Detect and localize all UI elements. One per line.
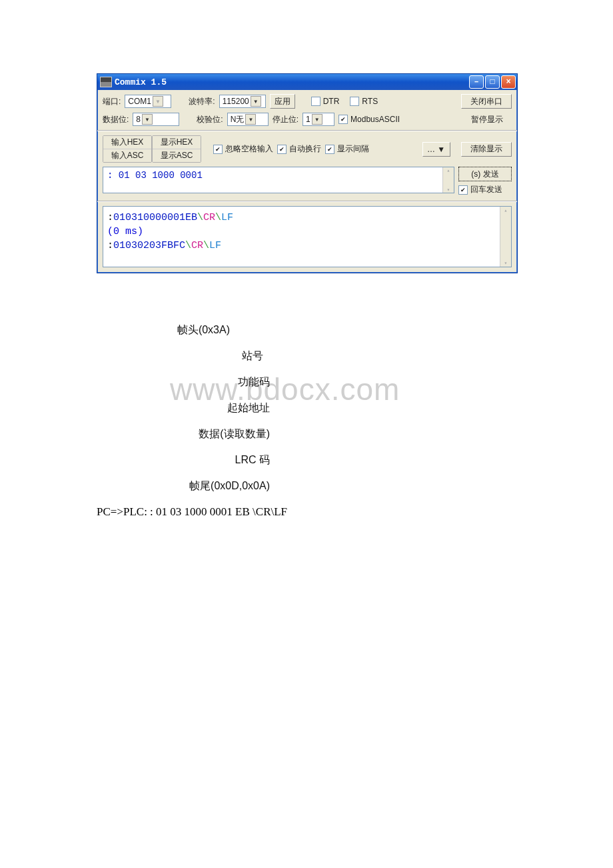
rts-checkbox[interactable]: RTS [350, 97, 378, 106]
send-on-enter-checkbox[interactable]: ✔ 回车发送 [458, 184, 512, 195]
scrollbar[interactable]: ▴▾ [500, 207, 511, 267]
settings-row-2: 数据位: 8 ▼ 校验位: N无 ▼ 停止位: 1 ▼ ✔ Mo [103, 113, 512, 126]
more-options-button[interactable]: … ▼ [422, 142, 450, 157]
output-latency: (0 ms) [107, 225, 498, 239]
databits-value: 8 [136, 115, 141, 124]
annot-start-addr: 起始地址 [97, 401, 277, 415]
window-title: Commix 1.5 [115, 77, 167, 87]
annot-frame-head: 帧头(0x3A) [97, 323, 237, 337]
parity-label: 校验位: [197, 114, 223, 125]
checkbox-icon: ✔ [213, 145, 223, 154]
baud-label: 波特率: [189, 96, 215, 107]
rx-output[interactable]: :010310000001EB\CR\LF (0 ms) :01030203FB… [103, 206, 512, 267]
stopbits-select[interactable]: 1 ▼ [303, 113, 334, 126]
annot-station: 站号 [97, 349, 270, 363]
display-mode-toggle[interactable]: 显示HEX 显示ASC [152, 135, 201, 163]
pause-display-button[interactable]: 暂停显示 [462, 113, 512, 126]
port-value: COM1 [128, 97, 151, 106]
commix-window: Commix 1.5 – □ × 端口: COM1 ▼ 波特率: 115200 … [97, 73, 518, 273]
parity-select[interactable]: N无 ▼ [227, 113, 269, 126]
tx-text: : 01 03 1000 0001 [107, 170, 203, 181]
pc-to-plc-line: PC=>PLC: : 01 03 1000 0001 EB \CR\LF [97, 505, 516, 519]
checkbox-icon: ✔ [338, 115, 348, 124]
checkbox-icon: ✔ [458, 185, 468, 195]
checkbox-icon: ✔ [325, 145, 334, 154]
databits-select[interactable]: 8 ▼ [133, 113, 179, 126]
stopbits-value: 1 [306, 115, 310, 124]
close-port-button[interactable]: 关闭串口 [461, 94, 512, 109]
auto-wrap-checkbox[interactable]: ✔ 自动换行 [277, 143, 321, 155]
apply-button[interactable]: 应用 [270, 94, 295, 109]
port-label: 端口: [103, 96, 121, 107]
dropdown-arrow-icon: ▼ [251, 96, 261, 107]
annot-function-code: 功能码 [97, 375, 277, 389]
scrollbar[interactable]: ▴▾ [442, 167, 454, 193]
parity-value: N无 [231, 114, 245, 125]
modbus-ascii-checkbox[interactable]: ✔ ModbusASCII [338, 115, 400, 124]
maximize-button[interactable]: □ [485, 75, 500, 89]
titlebar[interactable]: Commix 1.5 – □ × [97, 74, 517, 90]
ignore-space-checkbox[interactable]: ✔ 忽略空格输入 [213, 143, 273, 155]
tx-input[interactable]: : 01 03 1000 0001 ▴▾ [103, 167, 454, 193]
checkbox-icon [311, 97, 320, 106]
frame-annotation-block: 帧头(0x3A) 站号 www.bdocx.com 功能码 起始地址 数据(读取… [97, 323, 443, 493]
baud-value: 115200 [223, 97, 249, 106]
output-line: :010310000001EB\CR\LF [107, 211, 498, 225]
annot-data-count: 数据(读取数量) [97, 427, 277, 441]
send-button[interactable]: (s) 发送 [458, 167, 512, 181]
port-select[interactable]: COM1 ▼ [125, 95, 171, 108]
close-button[interactable]: × [501, 75, 516, 89]
settings-row-1: 端口: COM1 ▼ 波特率: 115200 ▼ 应用 DTR [103, 94, 512, 109]
dropdown-arrow-icon: ▼ [245, 114, 256, 125]
annot-frame-tail: 帧尾(0x0D,0x0A) [97, 479, 277, 493]
dropdown-arrow-icon: ▼ [312, 114, 322, 125]
app-icon [100, 77, 112, 87]
annot-lrc: LRC 码 [97, 453, 277, 467]
baud-select[interactable]: 115200 ▼ [219, 95, 266, 108]
minimize-button[interactable]: – [469, 75, 484, 89]
checkbox-icon [350, 97, 359, 106]
dropdown-arrow-icon: ▼ [153, 96, 163, 107]
show-interval-checkbox[interactable]: ✔ 显示间隔 [325, 143, 369, 155]
stopbits-label: 停止位: [273, 114, 299, 125]
options-row: 输入HEX 输入ASC 显示HEX 显示ASC ✔ 忽略空格输入 ✔ 自动换行 [103, 135, 512, 163]
dtr-checkbox[interactable]: DTR [311, 97, 340, 106]
send-area: : 01 03 1000 0001 ▴▾ (s) 发送 ✔ 回车发送 [103, 167, 512, 195]
dropdown-arrow-icon: ▼ [142, 114, 153, 125]
output-line: :01030203FBFC\CR\LF [107, 239, 498, 253]
clear-display-button[interactable]: 清除显示 [461, 142, 512, 157]
checkbox-icon: ✔ [277, 145, 287, 154]
databits-label: 数据位: [103, 114, 129, 125]
input-mode-toggle[interactable]: 输入HEX 输入ASC [103, 135, 152, 163]
